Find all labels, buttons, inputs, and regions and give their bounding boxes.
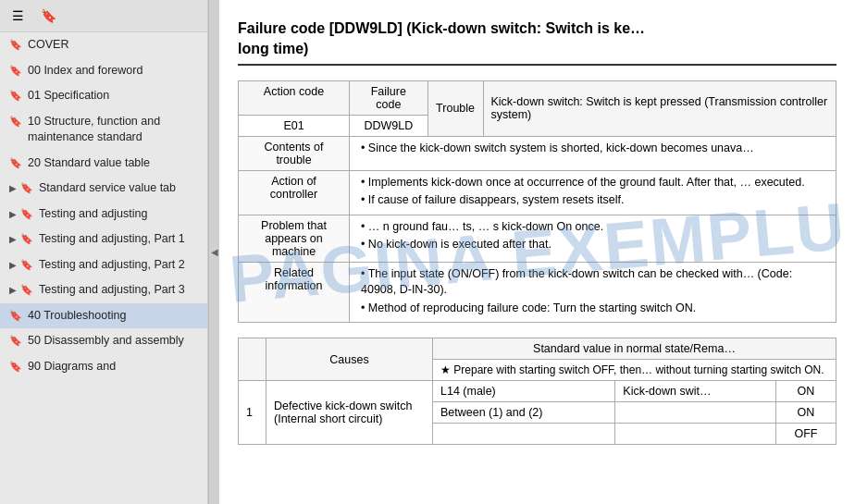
causes-row-1: 1 Defective kick-down switch (Internal s… [239, 381, 836, 402]
sidebar-nav: 🔖COVER🔖00 Index and foreword🔖01 Specific… [0, 32, 207, 504]
row-content-action: Implements kick-down once at occurrence … [350, 170, 836, 215]
bookmark-icon-20-standard: 🔖 [9, 156, 22, 170]
sidebar-item-standard-service[interactable]: ▶🔖Standard service value tab [0, 176, 207, 202]
action-code-value: E01 [239, 115, 350, 136]
sidebar-label-50-disassembly: 50 Disassembly and assembly [28, 333, 200, 350]
row-label-related: Relatedinformation [239, 262, 350, 323]
col-header-failure-code: Failure code [350, 80, 428, 115]
expand-icon-testing-adj-2: ▶ [9, 259, 17, 272]
sidebar-item-10-structure[interactable]: 🔖10 Structure, function and maintenance … [0, 109, 207, 151]
row-content-related: The input state (ON/OFF) from the kick-d… [350, 262, 836, 323]
sidebar-item-testing-adj-3[interactable]: ▶🔖Testing and adjusting, Part 3 [0, 277, 207, 303]
sidebar-item-testing-adj-1[interactable]: ▶🔖Testing and adjusting, Part 1 [0, 227, 207, 252]
sidebar-toolbar: ☰ 🔖 [0, 0, 207, 32]
sidebar-label-40-troubleshooting: 40 Troubleshooting [28, 308, 200, 325]
sidebar-item-50-disassembly[interactable]: 🔖50 Disassembly and assembly [0, 328, 207, 354]
expand-icon-testing-adj-3: ▶ [9, 284, 17, 297]
table-row-related: Relatedinformation The input state (ON/O… [239, 262, 836, 323]
failure-code-value: DDW9LD [350, 115, 428, 136]
col-causes-header: Causes [266, 338, 433, 381]
table-row-action: Action ofcontroller Implements kick-down… [239, 170, 836, 215]
terminal-empty-2 [615, 424, 776, 445]
bookmark-button[interactable]: 🔖 [36, 6, 61, 26]
bookmark-icon: 🔖 [41, 8, 56, 23]
bookmark-icon-testing-adj-1: 🔖 [20, 232, 33, 246]
bookmark-icon-testing-adj-2: 🔖 [20, 258, 33, 272]
row-content-problem: … n ground fau… ts, … s kick-down On onc… [350, 215, 836, 262]
col-header-trouble: Trouble [428, 80, 483, 136]
state-off: OFF [775, 424, 836, 445]
expand-icon-standard-service: ▶ [9, 182, 17, 195]
bookmark-icon-testing-adj-3: 🔖 [20, 283, 33, 297]
sidebar-item-40-troubleshooting[interactable]: 🔖40 Troubleshooting [0, 303, 207, 329]
connector-between: Between (1) and (2) [433, 402, 615, 424]
collapse-handle[interactable]: ◀ [208, 0, 219, 504]
col-prepare-note: ★ Prepare with starting switch OFF, then… [433, 360, 836, 381]
menu-button[interactable]: ☰ [7, 6, 29, 26]
state-on-2: ON [775, 402, 836, 424]
bookmark-icon-90-diagrams: 🔖 [9, 360, 22, 374]
connector-l14: L14 (male) [433, 381, 615, 402]
sidebar-label-cover: COVER [28, 37, 200, 54]
sidebar-item-testing-adj-2[interactable]: ▶🔖Testing and adjusting, Part 2 [0, 252, 207, 278]
sidebar-item-cover[interactable]: 🔖COVER [0, 32, 207, 58]
main-content: PAGINA EXEMPLU Failure code [DDW9LD] (Ki… [219, 0, 855, 504]
row-label-contents: Contents oftrouble [239, 136, 350, 170]
state-on-1: ON [775, 381, 836, 402]
sidebar-label-testing-adj-3: Testing and adjusting, Part 3 [39, 282, 200, 299]
bookmark-icon-10-structure: 🔖 [9, 115, 22, 129]
col-header-action-code: Action code [239, 80, 350, 115]
sidebar-item-01-spec[interactable]: 🔖01 Specification [0, 83, 207, 109]
connector-empty [433, 424, 615, 445]
sidebar-label-00-index: 00 Index and foreword [28, 63, 200, 80]
bookmark-icon-cover: 🔖 [9, 38, 22, 52]
terminal-empty [615, 402, 776, 424]
table-row-contents: Contents oftrouble Since the kick-down s… [239, 136, 836, 170]
terminal-kickdown: Kick-down swit… [615, 381, 776, 402]
page-title: Failure code [DDW9LD] (Kick-down switch:… [238, 18, 836, 66]
table-row-problem: Pro­b­l­em thata­p­p­e­a­r­s onmac­h­i­n… [239, 215, 836, 262]
sidebar-item-testing-adj[interactable]: ▶🔖Testing and adjusting [0, 202, 207, 227]
bookmark-icon-testing-adj: 🔖 [20, 207, 33, 221]
info-table: Action code Failure code Trouble Kick-do… [238, 80, 836, 324]
row-cause-1: Defective kick-down switch (Internal sho… [266, 381, 433, 445]
row-content-contents: Since the kick-down switch system is sho… [350, 136, 836, 170]
sidebar-label-testing-adj-2: Testing and adjusting, Part 2 [39, 257, 200, 274]
sidebar-label-testing-adj: Testing and adjusting [39, 206, 200, 223]
row-num-1: 1 [239, 381, 266, 445]
row-label-problem: Pro­b­l­em thata­p­p­e­a­r­s onmac­h­i­n… [239, 215, 350, 262]
sidebar-item-00-index[interactable]: 🔖00 Index and foreword [0, 58, 207, 84]
col-header-trouble-desc: Kick-down switch: Switch is kept pressed… [483, 80, 836, 136]
col-standard-header: Standard value in normal state/Rema… [433, 338, 836, 360]
row-label-action: Action ofcontroller [239, 170, 350, 215]
sidebar-label-01-spec: 01 Specification [28, 88, 200, 104]
sidebar-label-standard-service: Standard service value tab [39, 180, 200, 197]
sidebar-label-90-diagrams: 90 Diagrams and [28, 359, 200, 375]
bookmark-icon-50-disassembly: 🔖 [9, 334, 22, 348]
expand-icon-testing-adj-1: ▶ [9, 233, 17, 246]
sidebar-label-10-structure: 10 Structure, function and maintenance s… [28, 114, 200, 146]
sidebar-label-20-standard: 20 Standard value table [28, 155, 200, 172]
bookmark-icon-standard-service: 🔖 [20, 181, 33, 195]
bookmark-icon-00-index: 🔖 [9, 64, 22, 78]
causes-table: Causes Standard value in normal state/Re… [238, 338, 836, 445]
sidebar-label-testing-adj-1: Testing and adjusting, Part 1 [39, 231, 200, 248]
bookmark-icon-01-spec: 🔖 [9, 89, 22, 103]
menu-icon: ☰ [12, 8, 24, 23]
sidebar-item-20-standard[interactable]: 🔖20 Standard value table [0, 151, 207, 177]
expand-icon-testing-adj: ▶ [9, 208, 17, 221]
col-num-header [239, 338, 266, 381]
sidebar: ☰ 🔖 🔖COVER🔖00 Index and foreword🔖01 Spec… [0, 0, 208, 504]
sidebar-item-90-diagrams[interactable]: 🔖90 Diagrams and [0, 354, 207, 380]
bookmark-icon-40-troubleshooting: 🔖 [9, 309, 22, 323]
collapse-arrow-icon: ◀ [211, 247, 218, 257]
